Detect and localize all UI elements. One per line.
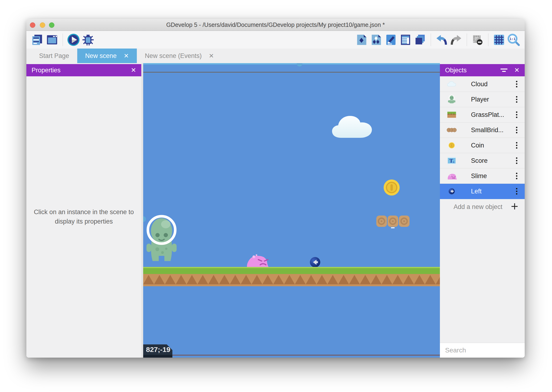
cloud-icon <box>446 78 457 90</box>
zoom-1-1-icon: 1:1 <box>507 33 520 46</box>
close-tab-icon[interactable]: ✕ <box>124 52 129 60</box>
slime-icon <box>446 170 457 182</box>
scene-boundary-top-line <box>143 72 440 73</box>
add-object-row[interactable]: Add a new object <box>440 199 525 214</box>
editor-content: Properties ✕ Click on an instance in the… <box>26 63 525 358</box>
play-icon <box>67 33 80 46</box>
coin-instance[interactable] <box>383 179 400 197</box>
scene-properties-button[interactable] <box>45 33 59 47</box>
cloud-instance[interactable] <box>331 113 378 141</box>
object-menu-icon[interactable] <box>512 81 521 87</box>
instance-handle-top[interactable] <box>297 63 302 66</box>
object-label: Score <box>471 157 512 164</box>
play-preview-button[interactable] <box>66 33 81 47</box>
object-label: GrassPlat... <box>471 111 512 119</box>
object-menu-icon[interactable] <box>512 173 521 179</box>
object-label: Slime <box>471 172 512 180</box>
object-row-score[interactable]: T x Score <box>440 153 525 168</box>
project-manager-button[interactable] <box>30 33 45 47</box>
debug-icon <box>82 34 94 46</box>
left-button-instance[interactable] <box>310 257 320 267</box>
gdevelop-window: GDevelop 5 - /Users/david/Documents/GDev… <box>26 19 525 358</box>
objects-panel-header: Objects ✕ <box>440 64 525 76</box>
undo-icon <box>435 34 448 46</box>
grass-platform-instance[interactable] <box>143 267 440 274</box>
mask-icon <box>471 34 484 46</box>
grass-platform-icon <box>446 109 457 120</box>
instances-list-button[interactable] <box>398 33 413 47</box>
score-text-icon: T x <box>446 155 457 166</box>
object-menu-icon[interactable] <box>512 142 521 149</box>
properties-panel-title: Properties <box>26 67 125 74</box>
object-label: Coin <box>471 142 512 149</box>
redo-button[interactable] <box>449 33 463 47</box>
close-icon[interactable]: ✕ <box>514 66 525 74</box>
layers-button[interactable] <box>413 33 428 47</box>
panel-divider[interactable] <box>141 63 143 358</box>
toolbar-separator <box>63 34 63 46</box>
scene-boundary-bottom-line <box>143 355 440 356</box>
object-menu-icon[interactable] <box>512 127 521 133</box>
properties-panel: Properties ✕ Click on an instance in the… <box>26 63 141 358</box>
object-menu-icon[interactable] <box>512 157 521 164</box>
properties-panel-icon <box>385 34 397 46</box>
tab-bar: Start Page New scene ✕ New scene (Events… <box>26 49 525 63</box>
player-instance[interactable] <box>145 214 178 265</box>
open-properties-panel-button[interactable] <box>384 33 398 47</box>
object-groups-icon <box>370 34 382 46</box>
cursor-coordinates-badge: 827;-19 <box>143 344 172 358</box>
left-arrow-ball-icon <box>446 186 457 197</box>
object-groups-button[interactable] <box>369 33 384 47</box>
object-menu-icon[interactable] <box>512 112 521 118</box>
object-label: SmallBrid... <box>471 126 512 134</box>
object-label: Cloud <box>471 81 512 88</box>
object-row-left[interactable]: Left <box>440 184 525 199</box>
grid-icon <box>493 34 505 46</box>
add-object-label: Add a new object <box>454 203 511 211</box>
coin-icon <box>446 140 457 151</box>
tab-new-scene[interactable]: New scene ✕ <box>77 49 137 63</box>
undo-button[interactable] <box>434 33 449 47</box>
plus-icon[interactable] <box>511 202 518 211</box>
small-bridge-instance[interactable] <box>376 215 410 230</box>
zoom-reset-button[interactable]: 1:1 <box>506 33 521 47</box>
toggle-grid-button[interactable] <box>492 33 506 47</box>
dirt-ground <box>143 274 440 286</box>
main-toolbar: 1:1 <box>26 31 525 49</box>
debug-button[interactable] <box>81 33 95 47</box>
objects-panel-icon <box>356 34 368 46</box>
object-menu-icon[interactable] <box>512 96 521 103</box>
close-tab-icon[interactable]: ✕ <box>209 52 214 60</box>
window-title: GDevelop 5 - /Users/david/Documents/GDev… <box>26 19 525 31</box>
close-icon[interactable]: ✕ <box>125 66 141 74</box>
title-bar: GDevelop 5 - /Users/david/Documents/GDev… <box>26 19 525 31</box>
filter-icon[interactable] <box>500 69 508 72</box>
scene-canvas[interactable]: 827;-19 <box>143 63 440 358</box>
tab-label: Start Page <box>39 52 69 60</box>
tab-start-page[interactable]: Start Page <box>31 49 77 63</box>
tab-label: New scene (Events) <box>145 52 202 60</box>
object-row-smallbridge[interactable]: SmallBrid... <box>440 123 525 138</box>
svg-text:x: x <box>453 160 455 164</box>
open-objects-panel-button[interactable] <box>354 33 369 47</box>
object-row-player[interactable]: Player <box>440 92 525 107</box>
toolbar-separator <box>431 34 431 46</box>
tab-new-scene-events[interactable]: New scene (Events) ✕ <box>137 49 222 63</box>
tab-label: New scene <box>85 52 117 60</box>
object-row-cloud[interactable]: Cloud <box>440 77 525 92</box>
scene-properties-icon <box>46 34 58 46</box>
object-menu-icon[interactable] <box>512 188 521 195</box>
search-input[interactable] <box>445 346 525 354</box>
toggle-mask-button[interactable] <box>470 33 485 47</box>
toolbar-separator <box>467 34 467 46</box>
player-icon <box>446 94 457 105</box>
object-row-slime[interactable]: Slime <box>440 168 525 184</box>
objects-panel-title: Objects <box>440 67 500 74</box>
object-row-grassplatform[interactable]: GrassPlat... <box>440 107 525 123</box>
objects-panel: Objects ✕ Cloud <box>440 63 525 358</box>
project-manager-icon <box>31 34 44 46</box>
layers-icon <box>414 34 426 46</box>
svg-text:1:1: 1:1 <box>510 37 516 41</box>
objects-list: Cloud <box>440 77 525 199</box>
object-row-coin[interactable]: Coin <box>440 138 525 153</box>
